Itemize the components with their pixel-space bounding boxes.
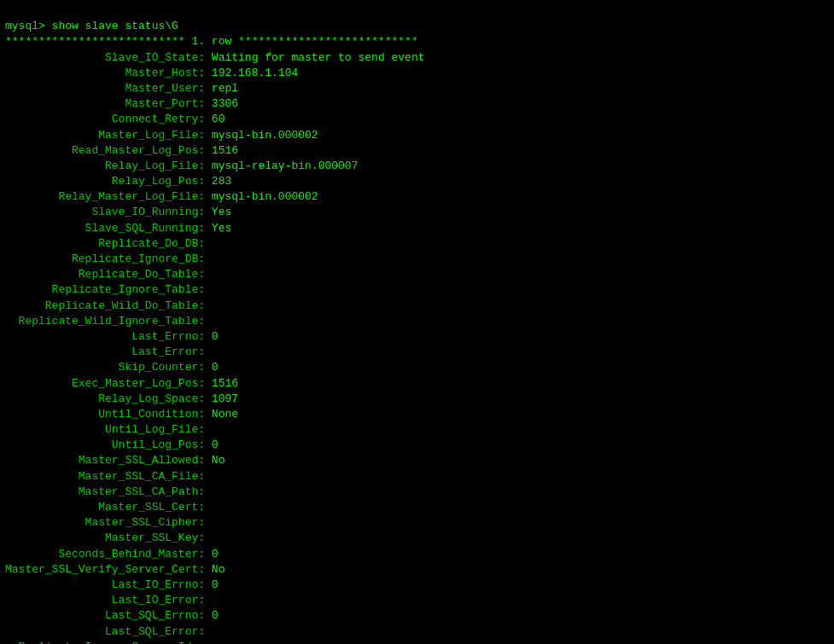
row-label: Replicate_Wild_Ignore_Table:: [5, 315, 205, 328]
row-label: Seconds_Behind_Master:: [5, 548, 205, 560]
status-rows: Slave_IO_State: Waiting for master to se…: [5, 50, 829, 644]
status-row: Relay_Master_Log_File: mysql-bin.000002: [5, 189, 829, 205]
row-value: 283: [205, 175, 231, 188]
row-label: Relay_Log_Space:: [5, 392, 205, 405]
row-value: repl: [205, 82, 238, 95]
status-row: Replicate_Do_Table:: [5, 267, 829, 282]
row-value: mysql-bin.000002: [205, 129, 318, 142]
status-row: Read_Master_Log_Pos: 1516: [5, 143, 829, 159]
status-row: Master_Log_File: mysql-bin.000002: [5, 128, 829, 143]
row-label: Replicate_Ignore_Table:: [5, 283, 205, 296]
row-label: Last_SQL_Error:: [5, 625, 205, 638]
row-label: Slave_SQL_Running:: [5, 222, 205, 235]
row-label: Master_Port:: [5, 97, 205, 110]
row-value: 192.168.1.104: [205, 67, 298, 79]
row-label: Replicate_Do_DB:: [5, 237, 205, 250]
status-row: Last_IO_Errno: 0: [5, 577, 829, 593]
status-row: Replicate_Ignore_Table:: [5, 282, 829, 298]
row-label: Read_Master_Log_Pos:: [5, 144, 205, 157]
row-value: 3306: [205, 97, 238, 110]
row-label: Replicate_Wild_Do_Table:: [5, 299, 205, 312]
status-row: Last_Errno: 0: [5, 329, 829, 345]
row-label: Replicate_Do_Table:: [5, 268, 205, 281]
row-label: Master_Host:: [5, 67, 205, 79]
status-row: Seconds_Behind_Master: 0: [5, 547, 829, 562]
header-line: *************************** 1. row *****…: [5, 35, 418, 48]
row-value: 0: [205, 548, 219, 560]
row-label: Relay_Log_Pos:: [5, 175, 205, 188]
terminal-window: mysql> show slave status\G *************…: [5, 3, 829, 50]
row-label: Until_Log_Pos:: [5, 438, 205, 451]
status-row: Replicate_Wild_Do_Table:: [5, 299, 829, 314]
row-value: 0: [205, 330, 219, 343]
status-row: Exec_Master_Log_Pos: 1516: [5, 376, 829, 392]
row-value: No: [205, 563, 225, 576]
row-label: Replicate_Ignore_DB:: [5, 252, 205, 265]
row-label: Replicate_Ignore_Server_Ids:: [5, 641, 205, 644]
row-label: Last_SQL_Errno:: [5, 609, 205, 622]
row-value: mysql-relay-bin.000007: [205, 160, 358, 172]
row-label: Last_IO_Errno:: [5, 578, 205, 591]
row-label: Master_User:: [5, 82, 205, 95]
row-label: Master_SSL_Allowed:: [5, 454, 205, 467]
row-label: Master_SSL_Verify_Server_Cert:: [5, 563, 205, 576]
status-row: Master_Host: 192.168.1.104: [5, 66, 829, 81]
row-value: Waiting for master to send event: [205, 51, 424, 64]
row-value: None: [205, 408, 238, 421]
row-label: Until_Log_File:: [5, 423, 205, 436]
status-row: Until_Log_Pos: 0: [5, 438, 829, 453]
row-value: No: [205, 454, 225, 467]
status-row: Master_SSL_Cert:: [5, 500, 829, 515]
status-row: Until_Condition: None: [5, 407, 829, 422]
status-row: Replicate_Ignore_Server_Ids:: [5, 640, 829, 644]
status-row: Replicate_Ignore_DB:: [5, 252, 829, 267]
status-row: Slave_SQL_Running: Yes: [5, 221, 829, 236]
row-label: Master_SSL_Cipher:: [5, 516, 205, 529]
row-label: Last_IO_Error:: [5, 594, 205, 606]
status-row: Connect_Retry: 60: [5, 112, 829, 127]
row-value: Yes: [205, 222, 231, 235]
row-value: 60: [205, 113, 225, 125]
row-value: 0: [205, 361, 219, 374]
status-row: Master_SSL_CA_File:: [5, 469, 829, 484]
row-label: Connect_Retry:: [5, 113, 205, 125]
row-label: Master_Log_File:: [5, 129, 205, 142]
status-row: Master_SSL_Key:: [5, 531, 829, 546]
row-label: Master_SSL_Key:: [5, 531, 205, 544]
row-label: Until_Condition:: [5, 408, 205, 421]
status-row: Slave_IO_Running: Yes: [5, 205, 829, 220]
row-label: Master_SSL_Cert:: [5, 501, 205, 513]
status-row: Slave_IO_State: Waiting for master to se…: [5, 50, 829, 66]
row-value: Yes: [205, 206, 231, 218]
row-value: 1097: [205, 392, 238, 405]
status-row: Master_SSL_Cipher:: [5, 515, 829, 531]
row-label: Skip_Counter:: [5, 361, 205, 374]
prompt-line: mysql> show slave status\G: [5, 20, 178, 32]
status-row: Replicate_Do_DB:: [5, 236, 829, 252]
row-label: Master_SSL_CA_File:: [5, 470, 205, 483]
status-row: Relay_Log_File: mysql-relay-bin.000007: [5, 159, 829, 174]
row-label: Last_Error:: [5, 345, 205, 358]
row-value: 0: [205, 609, 219, 622]
status-row: Relay_Log_Space: 1097: [5, 392, 829, 407]
status-row: Relay_Log_Pos: 283: [5, 174, 829, 189]
row-value: mysql-bin.000002: [205, 190, 318, 203]
prompt: mysql>: [5, 20, 45, 32]
status-row: Master_Port: 3306: [5, 96, 829, 112]
row-value: 1516: [205, 144, 238, 157]
row-label: Relay_Master_Log_File:: [5, 190, 205, 203]
status-row: Last_SQL_Error:: [5, 624, 829, 640]
row-value: 0: [205, 578, 219, 591]
status-row: Last_SQL_Errno: 0: [5, 608, 829, 624]
row-value: 0: [205, 438, 219, 451]
status-row: Replicate_Wild_Ignore_Table:: [5, 314, 829, 329]
row-label: Exec_Master_Log_Pos:: [5, 377, 205, 390]
status-row: Master_SSL_Verify_Server_Cert: No: [5, 562, 829, 577]
status-row: Master_SSL_Allowed: No: [5, 453, 829, 468]
status-row: Until_Log_File:: [5, 422, 829, 438]
status-row: Master_User: repl: [5, 81, 829, 96]
row-value: 1516: [205, 377, 238, 390]
status-row: Master_SSL_CA_Path:: [5, 484, 829, 500]
row-label: Last_Errno:: [5, 330, 205, 343]
status-row: Skip_Counter: 0: [5, 360, 829, 375]
